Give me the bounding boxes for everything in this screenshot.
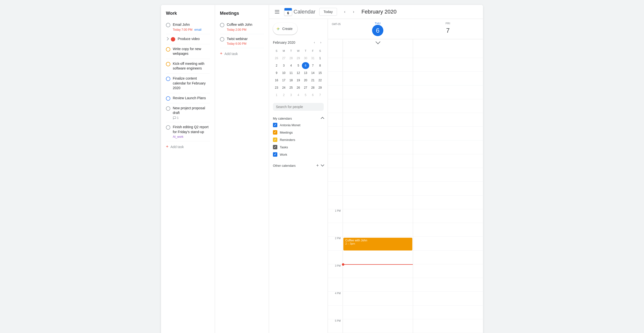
time-cell-thu[interactable]	[342, 127, 413, 140]
time-cell-thu[interactable]	[342, 154, 413, 168]
mini-cal-day[interactable]: 21	[309, 77, 316, 84]
mini-prev-button[interactable]: ‹	[312, 40, 317, 46]
mini-cal-day[interactable]: 11	[288, 70, 295, 76]
task-checkbox[interactable]	[220, 23, 224, 27]
cal-checkbox-meetings[interactable]: ✓	[273, 130, 277, 135]
mini-cal-day[interactable]: 9	[273, 70, 280, 76]
time-cell-thu[interactable]	[342, 113, 413, 127]
mini-cal-day[interactable]: 18	[288, 77, 295, 84]
mini-cal-day[interactable]: 27	[280, 55, 288, 62]
mini-cal-day[interactable]: 17	[280, 77, 288, 84]
mini-cal-day[interactable]: 22	[316, 77, 324, 84]
task-tag[interactable]: email	[194, 28, 202, 32]
time-cell-thu[interactable]	[342, 250, 413, 264]
time-cell-thu[interactable]	[342, 182, 413, 195]
mini-cal-day[interactable]: 2	[273, 62, 280, 69]
cal-checkbox-antonia[interactable]: ✓	[273, 123, 277, 127]
mini-cal-day[interactable]: 10	[280, 70, 288, 76]
mini-cal-day[interactable]: 1	[316, 55, 324, 62]
prev-month-button[interactable]: ‹	[341, 8, 349, 16]
time-cell-thu[interactable]	[342, 264, 413, 278]
mini-cal-day[interactable]: 1	[273, 92, 280, 99]
mini-cal-day[interactable]: 4	[288, 62, 295, 69]
mini-cal-day[interactable]: 4	[295, 92, 302, 99]
time-cell-fri[interactable]	[413, 278, 483, 291]
task-checkbox[interactable]	[166, 106, 170, 111]
mini-cal-day[interactable]: 5	[302, 92, 309, 99]
time-cell-thu[interactable]	[342, 305, 413, 319]
task-checkbox[interactable]	[166, 96, 170, 101]
time-cell-thu[interactable]	[342, 292, 413, 305]
mini-cal-day[interactable]: 12	[295, 70, 302, 76]
mini-cal-day[interactable]: 3	[280, 62, 288, 69]
mini-cal-day[interactable]: 29	[316, 84, 324, 91]
hamburger-menu[interactable]	[274, 9, 280, 15]
time-cell-fri[interactable]	[413, 237, 483, 250]
mini-cal-day[interactable]: 26	[273, 55, 280, 62]
time-cell-fri[interactable]	[413, 154, 483, 168]
calendar-item-antonia[interactable]: ✓ Antonia Monet	[273, 121, 324, 129]
task-checkbox[interactable]	[220, 37, 224, 42]
create-button[interactable]: + Create	[273, 23, 298, 35]
mini-cal-day[interactable]: 5	[295, 62, 302, 69]
time-cell-fri[interactable]	[413, 113, 483, 127]
event-coffee-with-john[interactable]: Coffee with John2 – 3pm	[343, 238, 412, 250]
time-cell-fri[interactable]	[413, 99, 483, 113]
other-calendars-header[interactable]: Other calendars +	[273, 162, 324, 169]
mini-cal-day[interactable]: 26	[295, 84, 302, 91]
mini-cal-day[interactable]: 8	[316, 62, 324, 69]
day-number-thu[interactable]: 6	[372, 25, 383, 36]
mini-cal-day[interactable]: 31	[309, 55, 316, 62]
search-people-input[interactable]	[273, 103, 324, 111]
time-cell-fri[interactable]	[413, 86, 483, 99]
mini-cal-day[interactable]: 7	[316, 92, 324, 99]
time-cell-fri[interactable]	[413, 264, 483, 278]
cal-checkbox-tasks[interactable]: ✓	[273, 145, 277, 149]
time-cell-thu[interactable]	[342, 319, 413, 333]
time-cell-fri[interactable]	[413, 127, 483, 140]
mini-cal-day[interactable]: 27	[302, 84, 309, 91]
time-cell-fri[interactable]	[413, 168, 483, 181]
time-cell-fri[interactable]	[413, 292, 483, 305]
time-cell-thu[interactable]	[342, 209, 413, 223]
mini-cal-day[interactable]: 13	[302, 70, 309, 76]
calendar-item-reminders[interactable]: ✓ Reminders	[273, 136, 324, 143]
time-cell-thu[interactable]	[342, 140, 413, 154]
time-cell-thu[interactable]: Coffee with John2 – 3pm	[342, 237, 413, 250]
calendar-item-tasks[interactable]: ✓ Tasks	[273, 143, 324, 151]
mini-cal-day[interactable]: 19	[295, 77, 302, 84]
cal-checkbox-work[interactable]: ✓	[273, 152, 277, 157]
time-cell-fri[interactable]	[413, 223, 483, 236]
mini-cal-day[interactable]: 25	[288, 84, 295, 91]
expand-icon[interactable]	[166, 37, 169, 41]
time-cell-fri[interactable]	[413, 319, 483, 333]
add-task-button[interactable]: + Add task	[220, 48, 264, 59]
time-cell-thu[interactable]	[342, 168, 413, 181]
mini-cal-day[interactable]: 3	[288, 92, 295, 99]
collapse-chevron[interactable]	[376, 39, 380, 44]
mini-cal-day[interactable]: 23	[273, 84, 280, 91]
time-cell-fri[interactable]	[413, 44, 483, 58]
my-calendars-header[interactable]: My calendars	[273, 116, 324, 121]
time-cell-fri[interactable]	[413, 140, 483, 154]
mini-cal-day[interactable]: 30	[302, 55, 309, 62]
time-cell-thu[interactable]	[342, 72, 413, 85]
time-cell-fri[interactable]	[413, 195, 483, 209]
mini-cal-day[interactable]: 15	[316, 70, 324, 76]
mini-cal-day[interactable]: 24	[280, 84, 288, 91]
time-cell-thu[interactable]	[342, 223, 413, 236]
time-cell-thu[interactable]	[342, 86, 413, 99]
task-checkbox-red[interactable]	[171, 37, 175, 42]
mini-cal-today[interactable]: 6	[302, 62, 309, 69]
chevron-down-icon[interactable]	[321, 163, 324, 167]
add-other-calendar-icon[interactable]: +	[316, 163, 319, 168]
mini-cal-day[interactable]: 28	[309, 84, 316, 91]
calendar-item-work[interactable]: ✓ Work	[273, 151, 324, 158]
mini-next-button[interactable]: ›	[318, 40, 324, 46]
mini-cal-day[interactable]: 28	[288, 55, 295, 62]
today-button[interactable]: Today	[319, 8, 337, 16]
time-cell-fri[interactable]	[413, 58, 483, 72]
task-checkbox[interactable]	[166, 47, 170, 52]
task-checkbox[interactable]	[166, 62, 170, 66]
task-checkbox[interactable]	[166, 125, 170, 130]
